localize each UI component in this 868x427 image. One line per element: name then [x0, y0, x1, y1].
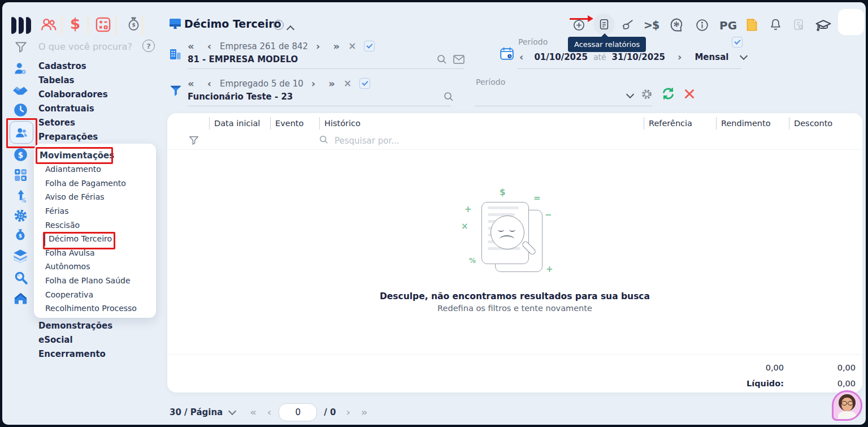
employee-filter-icon[interactable]	[170, 85, 182, 100]
company-first-button[interactable]: «	[188, 41, 195, 51]
sidebar-item-setores[interactable]: Setores	[38, 118, 75, 128]
column-header-data-inicial[interactable]: Data inicial	[209, 117, 271, 130]
collapse-chevron-icon[interactable]	[288, 24, 293, 34]
period-filter-gear-icon[interactable]	[640, 88, 653, 103]
sidebar-item-esocial[interactable]: eSocial	[38, 335, 73, 345]
sidebar-item-colaboradores[interactable]: Colaboradores	[38, 89, 108, 100]
sidebar-icon-calculations[interactable]	[14, 168, 28, 184]
employee-name[interactable]: Funcionário Teste - 23	[188, 92, 293, 102]
company-mail-icon[interactable]	[453, 54, 465, 67]
user-avatar[interactable]	[832, 390, 862, 421]
app-logo[interactable]	[11, 17, 31, 34]
refresh-icon[interactable]	[661, 86, 676, 103]
period-next-button[interactable]: ›	[678, 52, 682, 62]
submenu-item-adiantamento[interactable]: Adiantamento	[34, 162, 156, 176]
company-checkbox[interactable]	[364, 41, 375, 51]
info-icon[interactable]: i	[274, 20, 284, 30]
submenu-item-autonomos[interactable]: Autônomos	[34, 260, 156, 274]
company-search-icon[interactable]	[436, 54, 448, 67]
sidebar-item-preparacoes[interactable]: Preparações	[38, 132, 98, 142]
submenu-item-rescisao[interactable]: Rescisão	[34, 218, 156, 232]
avatar-glasses-right	[848, 401, 853, 406]
page-first-button[interactable]: «	[250, 407, 257, 417]
sidebar-item-tabelas[interactable]: Tabelas	[38, 75, 75, 85]
submenu-item-folha-pagamento[interactable]: Folha de Pagamento	[34, 176, 156, 191]
table-filter-icon[interactable]	[189, 135, 199, 148]
submenu-item-cooperativa[interactable]: Cooperativa	[34, 287, 156, 301]
per-page-chevron-icon[interactable]	[228, 407, 236, 415]
table-search-icon[interactable]	[319, 135, 329, 147]
module-calculator-icon[interactable]	[94, 16, 112, 36]
total-liquido: 0,00	[789, 379, 856, 388]
sidebar-item-contratuais[interactable]: Contratuais	[38, 103, 94, 114]
employee-search-icon[interactable]	[443, 91, 454, 105]
period-mode-select[interactable]: Mensal	[695, 52, 728, 62]
period-prev-button[interactable]: ‹	[519, 52, 524, 62]
column-header-referencia[interactable]: Referência	[644, 117, 717, 130]
sidebar-filter-icon[interactable]	[15, 41, 27, 55]
submenu-item-recolhimento-processo[interactable]: Recolhimento Processo	[34, 301, 156, 316]
sidebar-item-cadastros[interactable]: Cadastros	[38, 61, 86, 71]
page-prev-button[interactable]: ‹	[267, 407, 272, 417]
sidebar-icon-settings[interactable]	[13, 208, 28, 226]
info-circle-icon[interactable]	[695, 18, 709, 34]
company-next-button[interactable]: ›	[316, 41, 320, 51]
sidebar-icon-registrations[interactable]	[13, 61, 28, 79]
period-underline	[518, 68, 741, 69]
employee-checkbox[interactable]	[359, 78, 370, 89]
module-moneybag-icon[interactable]: $	[125, 16, 142, 36]
submenu-item-folha-plano-saude[interactable]: Folha de Plano Saúde	[34, 274, 156, 288]
column-header-historico[interactable]: Histórico	[319, 117, 392, 130]
sidebar-icon-search[interactable]	[14, 270, 28, 287]
academy-icon[interactable]	[815, 17, 832, 36]
employee-next-button[interactable]: ›	[311, 79, 316, 89]
company-name[interactable]: 81 - EMPRESA MODELO	[188, 54, 298, 64]
add-icon[interactable]	[572, 19, 585, 34]
period-filter-chevron-icon[interactable]	[626, 90, 634, 98]
period-end-date[interactable]: 31/10/2025	[612, 52, 665, 62]
pg-icon[interactable]: PG	[719, 19, 737, 32]
column-header-desconto[interactable]: Desconto	[789, 117, 856, 130]
employee-last-button[interactable]: »	[328, 79, 336, 89]
sidebar-icon-layers[interactable]	[12, 249, 28, 265]
sidebar-icon-time[interactable]	[13, 102, 28, 120]
employee-counter: Empregado 5 de 10	[220, 79, 303, 89]
submenu-item-aviso-ferias[interactable]: Aviso de Férias	[34, 190, 156, 204]
module-payroll-icon[interactable]: $	[70, 15, 80, 32]
sidebar-item-encerramento[interactable]: Encerramento	[38, 349, 106, 359]
employee-prev-button[interactable]: ‹	[207, 79, 212, 89]
employee-clear-icon[interactable]: ×	[344, 79, 351, 88]
period-start-date[interactable]: 01/10/2025	[534, 52, 587, 62]
notes-icon[interactable]	[744, 18, 759, 34]
company-prev-button[interactable]: ‹	[207, 41, 212, 51]
sidebar-icon-collaborators[interactable]	[12, 83, 29, 100]
sidebar-icon-raise[interactable]: %	[14, 189, 28, 206]
column-header-rendimento[interactable]: Rendimento	[716, 117, 789, 130]
column-header-evento[interactable]: Evento	[270, 117, 320, 130]
per-page-select[interactable]: 30 / Página	[170, 407, 223, 417]
receivables-icon[interactable]: >$	[644, 20, 659, 31]
company-clear-icon[interactable]: ×	[348, 41, 356, 51]
sidebar-icon-home[interactable]	[13, 291, 28, 308]
period-checkbox[interactable]	[732, 37, 743, 48]
audit-search-icon[interactable]	[792, 18, 806, 34]
sidebar-icon-moneybag[interactable]: $	[13, 228, 28, 246]
page-next-button[interactable]: ›	[346, 407, 350, 417]
page-last-button[interactable]: »	[361, 407, 368, 417]
bell-icon[interactable]	[769, 18, 783, 34]
table-search-input[interactable]	[333, 135, 437, 146]
help-icon[interactable]: ?	[142, 40, 155, 52]
page-number-input[interactable]	[279, 403, 317, 421]
broom-icon[interactable]	[620, 18, 635, 34]
sidebar-item-demonstracoes[interactable]: Demonstrações	[38, 321, 112, 331]
company-last-button[interactable]: »	[333, 41, 340, 51]
sidebar-icon-payroll[interactable]: $	[13, 147, 28, 165]
module-people-icon[interactable]	[40, 16, 58, 36]
sidebar-search-input[interactable]	[37, 41, 141, 53]
topbar-panel-placeholder[interactable]	[838, 9, 864, 35]
period-mode-chevron-icon[interactable]	[740, 52, 748, 60]
support-icon[interactable]	[669, 17, 684, 35]
employee-first-button[interactable]: «	[188, 79, 195, 89]
clear-filter-icon[interactable]	[683, 88, 696, 102]
submenu-item-ferias[interactable]: Férias	[34, 204, 156, 218]
